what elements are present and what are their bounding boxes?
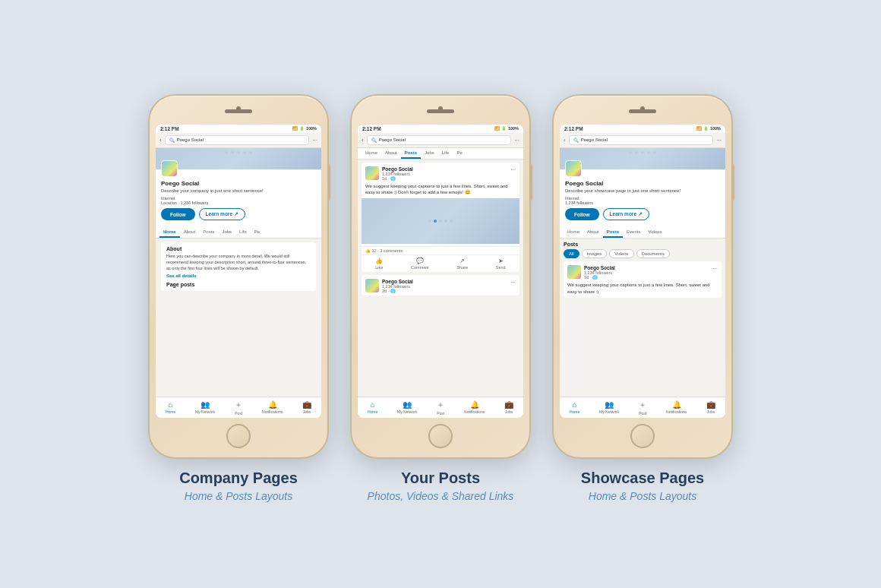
post-avatar-3 <box>567 265 581 279</box>
caption-2: Your Posts Photos, Videos & Shared Links <box>368 469 514 502</box>
tab-home-2[interactable]: Home <box>362 148 381 159</box>
tab-posts-2[interactable]: Posts <box>401 148 421 159</box>
caption-main-2: Your Posts <box>368 469 514 487</box>
jobs-icon-2: 💼 <box>504 400 513 409</box>
home-button-1[interactable] <box>226 424 251 448</box>
nav-home-3[interactable]: ⌂ Home <box>570 400 579 414</box>
tab-about-2[interactable]: About <box>381 148 401 159</box>
bottom-nav-3: ⌂ Home 👥 My Network ＋ Post 🔔 Notificatio… <box>560 397 725 418</box>
see-all-link-1[interactable]: See all details <box>166 273 311 278</box>
send-action-1[interactable]: ➤ Send <box>496 258 506 270</box>
nav-post-1[interactable]: ＋ Post <box>235 400 242 416</box>
follow-button-3[interactable]: Follow <box>565 208 599 220</box>
search-icon-2: 🔍 <box>371 138 377 143</box>
tab-jobs-2[interactable]: Jobs <box>421 148 438 159</box>
profile-buttons-1: Follow Learn more ↗ <box>161 208 316 220</box>
tab-life-1[interactable]: Life <box>235 227 251 238</box>
home-button-3[interactable] <box>630 424 655 448</box>
post-name-2: Poego Social <box>382 279 510 284</box>
filter-videos-3[interactable]: Videos <box>609 249 633 258</box>
tab-about-3[interactable]: About <box>583 227 603 238</box>
tab-more-1[interactable]: Pe <box>251 227 264 238</box>
follow-button-1[interactable]: Follow <box>161 208 195 220</box>
caption-sub-1: Home & Posts Layouts <box>179 490 298 502</box>
more-dots-3[interactable]: ··· <box>716 137 722 144</box>
caption-main-1: Company Pages <box>179 469 298 487</box>
nav-notifications-2[interactable]: 🔔 Notifications <box>464 400 485 414</box>
profile-meta-1: Internet Location · 1,234 followers <box>161 196 316 205</box>
nav-notifications-3[interactable]: 🔔 Notifications <box>666 400 687 414</box>
jobs-icon-1: 💼 <box>302 400 311 409</box>
tab-about-1[interactable]: About <box>180 227 200 238</box>
tab-home-1[interactable]: Home <box>159 227 180 238</box>
profile-desc-3: Describe your showcase page in just one … <box>565 188 720 194</box>
post-text-3: We suggest keeping your captions to just… <box>564 282 722 298</box>
comment-action-1[interactable]: 💬 Comment <box>411 258 429 270</box>
search-input-2[interactable]: 🔍 Poego Social <box>367 135 512 145</box>
status-bar-2: 2:12 PM 📶 🔋 100% <box>358 125 523 133</box>
back-arrow-2[interactable]: ‹ <box>362 137 364 144</box>
post-more-3[interactable]: ··· <box>712 265 718 272</box>
status-icons-3: 📶 🔋 100% <box>696 126 721 131</box>
jobs-icon-3: 💼 <box>706 400 715 409</box>
like-action-1[interactable]: 👍 Like <box>375 258 383 270</box>
post-meta-1: Poego Social 1,234 followers 1d · 🌐 <box>382 166 510 181</box>
nav-network-3[interactable]: 👥 My Network <box>599 400 619 414</box>
post-reactions-1: 👍 12 · 3 comments <box>362 246 519 254</box>
tab-home-3[interactable]: Home <box>564 227 583 238</box>
post-more-2[interactable]: ··· <box>510 279 516 286</box>
more-dots-1[interactable]: ··· <box>312 137 317 144</box>
nav-home-1[interactable]: ⌂ Home <box>166 400 175 414</box>
home-button-2[interactable] <box>428 424 453 448</box>
filter-images-3[interactable]: Images <box>582 249 608 258</box>
posts-filter-3: All Images Videos Documents <box>564 249 722 258</box>
profile-logo-3 <box>565 160 582 177</box>
more-dots-2[interactable]: ··· <box>514 137 519 144</box>
profile-name-1: Poego Social <box>161 180 316 187</box>
status-time-1: 2:12 PM <box>160 126 179 131</box>
tab-videos-3[interactable]: Videos <box>644 227 665 238</box>
filter-docs-3[interactable]: Documents <box>636 249 670 258</box>
tab-more-2[interactable]: Pe <box>453 148 466 159</box>
search-bar-2: ‹ 🔍 Poego Social ··· <box>358 133 523 148</box>
post-header-3: Poego Social 1,234 followers 1d · 🌐 ··· <box>564 261 722 282</box>
home-icon-3: ⌂ <box>573 400 577 409</box>
share-action-1[interactable]: ↗ Share <box>457 258 469 270</box>
profile-buttons-3: Follow Learn more ↗ <box>565 208 720 220</box>
caption-main-3: Showcase Pages <box>581 469 704 487</box>
nav-post-2[interactable]: ＋ Post <box>437 400 444 416</box>
post-card-1: Poego Social 1,234 followers 1d · 🌐 ··· … <box>362 163 519 273</box>
filter-all-3[interactable]: All <box>564 249 579 258</box>
search-bar-1: ‹ 🔍 Poego Social ··· <box>156 133 321 148</box>
like-icon-1: 👍 <box>375 258 383 264</box>
phone-speaker-3 <box>629 109 656 113</box>
nav-post-3[interactable]: ＋ Post <box>639 400 646 416</box>
nav-home-2[interactable]: ⌂ Home <box>368 400 377 414</box>
post-time-1: 1d · 🌐 <box>382 176 510 181</box>
content-area-3: Posts All Images Videos Documents Poeg <box>560 239 725 396</box>
notif-icon-2: 🔔 <box>470 400 479 409</box>
search-input-1[interactable]: 🔍 Poego Social <box>165 135 310 145</box>
tab-life-2[interactable]: Life <box>438 148 453 159</box>
status-bar-1: 2:12 PM 📶 🔋 100% <box>156 125 321 133</box>
back-arrow-1[interactable]: ‹ <box>159 137 162 144</box>
profile-cover-1: ★ ★ ★ ★ ★ <box>156 148 321 169</box>
search-bar-3: ‹ 🔍 Poego Social ··· <box>560 133 725 148</box>
tab-posts-1[interactable]: Posts <box>199 227 218 238</box>
nav-jobs-2[interactable]: 💼 Jobs <box>504 400 513 414</box>
nav-jobs-1[interactable]: 💼 Jobs <box>302 400 311 414</box>
nav-notifications-1[interactable]: 🔔 Notifications <box>262 400 283 414</box>
home-icon-2: ⌂ <box>371 400 375 409</box>
nav-jobs-3[interactable]: 💼 Jobs <box>706 400 715 414</box>
phone-1: 2:12 PM 📶 🔋 100% ‹ 🔍 Poego Social ··· <box>148 94 329 459</box>
search-input-3[interactable]: 🔍 Poego Social <box>569 135 714 145</box>
back-arrow-3[interactable]: ‹ <box>564 137 566 144</box>
post-more-1[interactable]: ··· <box>510 166 516 173</box>
learn-more-button-1[interactable]: Learn more ↗ <box>199 208 245 220</box>
tab-events-3[interactable]: Events <box>623 227 644 238</box>
tab-jobs-1[interactable]: Jobs <box>218 227 235 238</box>
nav-network-2[interactable]: 👥 My Network <box>397 400 417 414</box>
nav-network-1[interactable]: 👥 My Network <box>195 400 215 414</box>
tab-posts-3[interactable]: Posts <box>603 227 623 238</box>
learn-more-button-3[interactable]: Learn more ↗ <box>603 208 649 220</box>
